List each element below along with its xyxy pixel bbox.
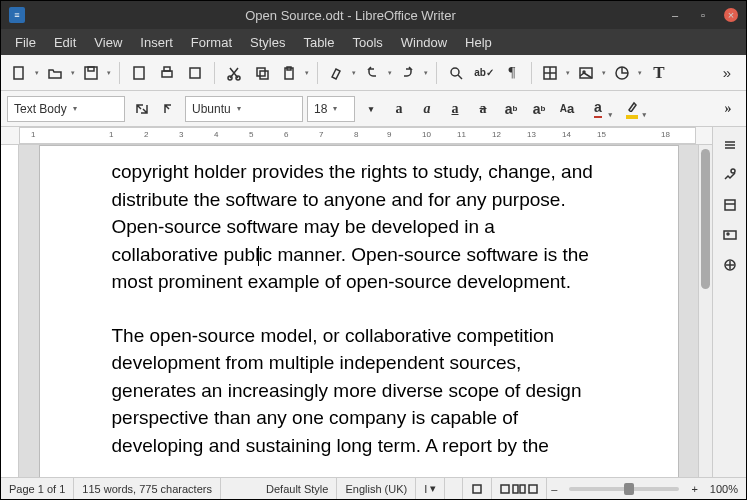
svg-point-18 <box>731 169 735 173</box>
menu-help[interactable]: Help <box>457 31 500 54</box>
highlight-button[interactable] <box>617 97 647 121</box>
paragraph-1[interactable]: copyright holder provides the rights to … <box>112 158 606 296</box>
menu-tools[interactable]: Tools <box>344 31 390 54</box>
svg-rect-9 <box>257 68 265 76</box>
app-icon: ≡ <box>9 7 25 23</box>
title-bar: ≡ Open Source.odt - LibreOffice Writer –… <box>1 1 746 29</box>
update-style-button[interactable] <box>129 97 153 121</box>
format-overflow-button[interactable]: » <box>716 97 740 121</box>
status-insert-mode[interactable]: I ▾ <box>416 478 445 499</box>
font-color-button[interactable]: a <box>583 97 613 121</box>
svg-rect-3 <box>134 67 144 79</box>
toolbar-overflow-button[interactable]: » <box>714 60 740 86</box>
svg-rect-1 <box>85 67 97 79</box>
menu-file[interactable]: File <box>7 31 44 54</box>
print-preview-button[interactable] <box>182 60 208 86</box>
print-button[interactable] <box>154 60 180 86</box>
italic-button[interactable]: a <box>415 97 439 121</box>
close-button[interactable]: × <box>724 8 738 22</box>
status-view-layout[interactable] <box>492 478 547 499</box>
menu-format[interactable]: Format <box>183 31 240 54</box>
svg-rect-4 <box>162 71 172 77</box>
maximize-button[interactable]: ▫ <box>696 8 710 22</box>
sidebar-styles-icon[interactable] <box>718 193 742 217</box>
status-signature[interactable] <box>463 478 492 499</box>
cut-button[interactable] <box>221 60 247 86</box>
spellcheck-button[interactable]: ab✓ <box>471 60 497 86</box>
status-language[interactable]: English (UK) <box>337 478 416 499</box>
scrollbar-thumb[interactable] <box>701 149 710 289</box>
new-button[interactable] <box>7 60 41 86</box>
sidebar-properties-icon[interactable] <box>718 163 742 187</box>
undo-button[interactable] <box>360 60 394 86</box>
svg-point-13 <box>451 68 459 76</box>
superscript-button[interactable]: ab <box>499 97 523 121</box>
save-button[interactable] <box>79 60 113 86</box>
svg-point-21 <box>727 233 729 235</box>
sidebar-gallery-icon[interactable] <box>718 223 742 247</box>
paragraph-style-combo[interactable]: Text Body <box>7 96 125 122</box>
svg-rect-6 <box>190 68 200 78</box>
svg-rect-24 <box>501 485 509 493</box>
menu-bar: File Edit View Insert Format Styles Tabl… <box>1 29 746 55</box>
status-bar: Page 1 of 1 115 words, 775 characters De… <box>1 477 746 499</box>
vertical-ruler[interactable] <box>1 145 19 477</box>
window-title: Open Source.odt - LibreOffice Writer <box>33 8 668 23</box>
zoom-slider[interactable] <box>569 487 679 491</box>
document-page[interactable]: copyright holder provides the rights to … <box>39 145 679 477</box>
image-button[interactable] <box>574 60 608 86</box>
new-style-button[interactable] <box>157 97 181 121</box>
chart-button[interactable] <box>610 60 644 86</box>
uppercase-button[interactable]: Aa <box>555 97 579 121</box>
svg-rect-10 <box>260 71 268 79</box>
clone-formatting-button[interactable] <box>324 60 358 86</box>
zoom-out-button[interactable]: – <box>547 478 561 499</box>
horizontal-ruler[interactable]: 1 1 2 3 4 5 6 7 8 9 10 11 12 13 14 15 18 <box>1 127 712 145</box>
status-page[interactable]: Page 1 of 1 <box>1 478 74 499</box>
strikethrough-button[interactable]: a <box>471 97 495 121</box>
menu-window[interactable]: Window <box>393 31 455 54</box>
copy-button[interactable] <box>249 60 275 86</box>
font-name-combo[interactable]: Ubuntu <box>185 96 303 122</box>
svg-rect-2 <box>88 67 94 71</box>
redo-button[interactable] <box>396 60 430 86</box>
font-size-combo[interactable]: 18 <box>307 96 355 122</box>
main-toolbar: ab✓ ¶ T » <box>1 55 746 91</box>
menu-insert[interactable]: Insert <box>132 31 181 54</box>
zoom-percent[interactable]: 100% <box>702 478 746 499</box>
svg-rect-27 <box>529 485 537 493</box>
menu-edit[interactable]: Edit <box>46 31 84 54</box>
minimize-button[interactable]: – <box>668 8 682 22</box>
formatting-marks-button[interactable]: ¶ <box>499 60 525 86</box>
status-style[interactable]: Default Style <box>258 478 337 499</box>
menu-styles[interactable]: Styles <box>242 31 293 54</box>
find-button[interactable] <box>443 60 469 86</box>
font-size-dropdown[interactable]: ▾ <box>359 97 383 121</box>
subscript-button[interactable]: ab <box>527 97 551 121</box>
textbox-button[interactable]: T <box>646 60 672 86</box>
svg-rect-20 <box>724 231 736 239</box>
status-selection-mode[interactable] <box>445 478 463 499</box>
table-button[interactable] <box>538 60 572 86</box>
underline-button[interactable]: a <box>443 97 467 121</box>
open-button[interactable] <box>43 60 77 86</box>
sidebar-settings-icon[interactable] <box>718 133 742 157</box>
sidebar <box>712 127 746 477</box>
svg-rect-25 <box>513 485 518 493</box>
paste-button[interactable] <box>277 60 311 86</box>
paragraph-2[interactable]: The open-source model, or collaborative … <box>112 322 606 460</box>
svg-rect-19 <box>725 200 735 210</box>
status-wordcount[interactable]: 115 words, 775 characters <box>74 478 221 499</box>
menu-view[interactable]: View <box>86 31 130 54</box>
vertical-scrollbar[interactable] <box>698 145 712 477</box>
bold-button[interactable]: a <box>387 97 411 121</box>
svg-rect-5 <box>164 67 170 71</box>
zoom-in-button[interactable]: + <box>687 478 701 499</box>
export-pdf-button[interactable] <box>126 60 152 86</box>
sidebar-navigator-icon[interactable] <box>718 253 742 277</box>
svg-rect-0 <box>14 67 23 79</box>
formatting-toolbar: Text Body Ubuntu 18 ▾ a a a a ab ab Aa a… <box>1 91 746 127</box>
document-viewport[interactable]: copyright holder provides the rights to … <box>19 145 698 477</box>
menu-table[interactable]: Table <box>295 31 342 54</box>
svg-rect-26 <box>520 485 525 493</box>
